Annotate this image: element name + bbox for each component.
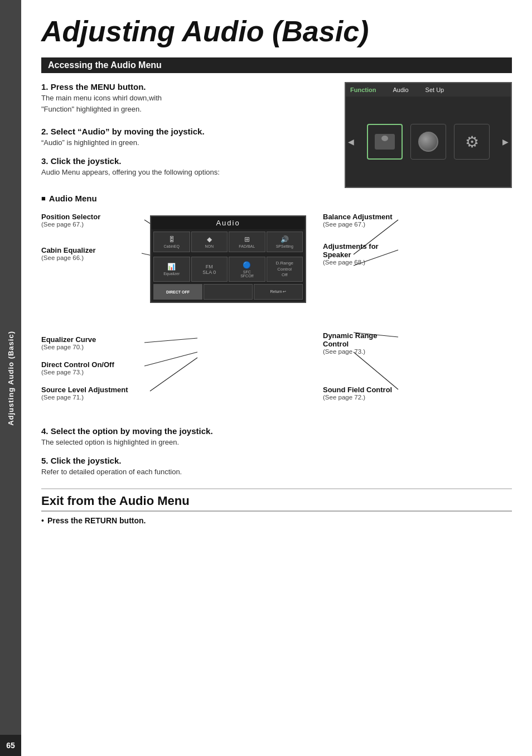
diagram-row: Position Selector (See page 67.) Cabin E… (41, 210, 512, 416)
btn-non[interactable]: ◆ NON (191, 232, 228, 252)
arrow-right-icon: ▶ (502, 137, 509, 146)
exit-section: Exit from the Audio Menu • Press the RET… (41, 488, 512, 525)
label-cabin-equalizer: Cabin Equalizer (See page 66.) (41, 246, 96, 261)
tab-audio: Audio (393, 86, 408, 93)
audio-menu-section: Audio Menu (41, 194, 512, 416)
label-direct-control: Direct Control On/Off (See page 73.) (41, 360, 114, 375)
label-equalizer-curve: Equalizer Curve (See page 70.) (41, 335, 96, 350)
step-3-title: 3. Click the joystick. (41, 156, 333, 166)
tab-setup: Set Up (425, 86, 444, 93)
exit-header: Exit from the Audio Menu (41, 494, 512, 512)
audio-bottom-row: DIRECT OFF Return ↩ (151, 284, 305, 302)
steps-below: 4. Select the option by moving the joyst… (41, 426, 512, 477)
step-4: 4. Select the option by moving the joyst… (41, 426, 512, 448)
step-2: 2. Select “Audio” by moving the joystick… (41, 127, 333, 148)
audio-screen: Audio 🎛 CabinEQ ◆ NON ⊞ (150, 215, 306, 303)
label-sound-field: Sound Field Control (See page 72.) (323, 386, 392, 401)
btn-spsetting[interactable]: 🔊 SPSetting (267, 232, 303, 252)
step-1-desc: The main menu icons whirl down,with"Func… (41, 93, 333, 114)
label-adjustments-speaker: Adjustments for Speaker (See page 68.) (323, 242, 379, 266)
btn-equalizer[interactable]: 📊 Equalizer (153, 257, 190, 282)
btn-empty (204, 284, 253, 300)
btn-direct-off[interactable]: DIRECT OFF (153, 284, 202, 300)
side-tab-label: Adjusting Audio (Basic) (7, 331, 15, 426)
diagram-full: Position Selector (See page 67.) Cabin E… (41, 210, 512, 416)
step-1-title: 1. Press the MENU button. (41, 82, 333, 92)
btn-sfc[interactable]: 🔵 SFCSFCOff (229, 257, 265, 282)
btn-drange[interactable]: D.RangeControlOff (267, 257, 303, 282)
btn-return[interactable]: Return ↩ (254, 284, 303, 300)
step-1: 1. Press the MENU button. The main menu … (41, 82, 333, 114)
intro-left: 1. Press the MENU button. The main menu … (41, 82, 333, 188)
page-title: Adjusting Audio (Basic) (41, 16, 512, 47)
exit-bullet-text: Press the RETURN button. (47, 516, 146, 525)
label-dynamic-range: Dynamic Range Control (See page 73.) (323, 331, 378, 355)
step-2-title: 2. Select “Audio” by moving the joystick… (41, 127, 333, 136)
screen-image: Function Audio Set Up ◀ (345, 82, 512, 188)
btn-fm-sla[interactable]: FMSLA 0 (191, 257, 228, 282)
step-2-desc: “Audio” is highlighted in green. (41, 137, 333, 148)
step-5: 5. Click the joystick. Refer to detailed… (41, 456, 512, 478)
label-balance-adj: Balance Adjustment (See page 67.) (323, 213, 393, 228)
tab-function: Function (350, 86, 376, 93)
left-labels: Position Selector (See page 67.) Cabin E… (41, 210, 150, 416)
step-4-desc: The selected option is highlighted in gr… (41, 437, 512, 448)
step-4-title: 4. Select the option by moving the joyst… (41, 426, 512, 436)
screen-top-bar: Function Audio Set Up (346, 83, 511, 97)
section1-header: Accessing the Audio Menu (41, 57, 512, 73)
btn-cabineq[interactable]: 🎛 CabinEQ (153, 232, 190, 252)
function-icon (367, 124, 403, 160)
exit-bullet: • Press the RETURN button. (41, 516, 512, 525)
step-3-desc: Audio Menu appears, offering you the fol… (41, 167, 333, 178)
menu-icons: ⚙ (367, 124, 490, 160)
audio-buttons-row1: 🎛 CabinEQ ◆ NON ⊞ FAD/BAL (151, 229, 305, 254)
label-source-level: Source Level Adjustment (See page 71.) (41, 386, 128, 401)
right-labels: Balance Adjustment (See page 67.) Adjust… (317, 210, 434, 416)
intro-section: 1. Press the MENU button. The main menu … (41, 82, 512, 188)
arrow-left-icon: ◀ (348, 137, 354, 146)
main-content: Adjusting Audio (Basic) Accessing the Au… (21, 0, 532, 552)
divider (41, 488, 512, 489)
step-3: 3. Click the joystick. Audio Menu appear… (41, 156, 333, 178)
audio-screen-wrapper: Audio 🎛 CabinEQ ◆ NON ⊞ (150, 215, 312, 303)
audio-screen-title: Audio (151, 216, 305, 229)
step-5-desc: Refer to detailed operation of each func… (41, 466, 512, 478)
audio-menu-label: Audio Menu (41, 194, 512, 203)
screen-content: ◀ (346, 97, 511, 187)
page-number: 65 (0, 735, 21, 756)
label-position-selector: Position Selector (See page 67.) (41, 213, 100, 228)
audio-icon (410, 124, 446, 160)
btn-fadbal[interactable]: ⊞ FAD/BAL (229, 232, 265, 252)
intro-right: Function Audio Set Up ◀ (345, 82, 512, 188)
audio-buttons-row2: 📊 Equalizer FMSLA 0 🔵 SFCSFCOff (151, 254, 305, 284)
step-5-title: 5. Click the joystick. (41, 456, 512, 465)
setup-icon: ⚙ (454, 124, 490, 160)
side-tab: Adjusting Audio (Basic) (0, 0, 21, 756)
